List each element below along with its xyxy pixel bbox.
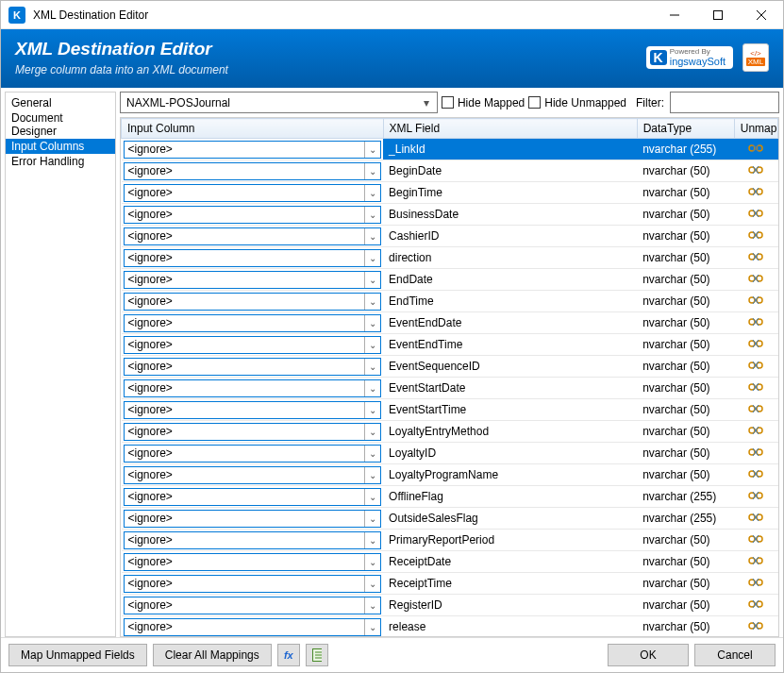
input-column-select[interactable]: <ignore>⌄ (124, 184, 382, 202)
table-row[interactable]: <ignore>⌄EndDatenvarchar (50) (122, 269, 778, 291)
unmap-icon[interactable] (747, 619, 764, 635)
table-row[interactable]: <ignore>⌄LoyaltyEntryMethodnvarchar (50) (122, 421, 778, 443)
header-xml-field[interactable]: XML Field (383, 119, 637, 139)
input-column-select[interactable]: <ignore>⌄ (124, 293, 382, 311)
input-column-select[interactable]: <ignore>⌄ (124, 531, 382, 549)
table-row[interactable]: <ignore>⌄RegisterIDnvarchar (50) (122, 595, 778, 616)
unmap-icon[interactable] (747, 576, 764, 592)
table-row[interactable]: <ignore>⌄_LinkIdnvarchar (255) (122, 139, 778, 160)
input-column-select[interactable]: <ignore>⌄ (124, 466, 382, 484)
input-column-select[interactable]: <ignore>⌄ (124, 553, 382, 571)
input-column-select[interactable]: <ignore>⌄ (124, 162, 382, 180)
unmap-icon[interactable] (747, 511, 764, 527)
unmap-icon[interactable] (747, 185, 764, 201)
unmap-icon[interactable] (747, 467, 764, 483)
table-row[interactable]: <ignore>⌄CashierIDnvarchar (50) (122, 226, 778, 247)
filter-input[interactable] (670, 92, 779, 113)
data-type-cell: nvarchar (50) (637, 204, 734, 226)
cancel-button[interactable]: Cancel (694, 644, 776, 666)
header-input-column[interactable]: Input Column (122, 119, 384, 139)
input-column-select[interactable]: <ignore>⌄ (124, 510, 382, 528)
input-column-select[interactable]: <ignore>⌄ (124, 488, 382, 506)
header-data-type[interactable]: DataType (637, 119, 734, 139)
unmap-icon[interactable] (747, 250, 764, 266)
table-row[interactable]: <ignore>⌄releasenvarchar (50) (122, 616, 778, 637)
table-row[interactable]: <ignore>⌄EndTimenvarchar (50) (122, 291, 778, 312)
table-row[interactable]: <ignore>⌄ReceiptDatenvarchar (50) (122, 551, 778, 573)
fx-button[interactable]: fx (277, 644, 300, 666)
table-row[interactable]: <ignore>⌄LoyaltyProgramNamenvarchar (50) (122, 464, 778, 486)
close-button[interactable] (740, 1, 783, 28)
unmap-icon[interactable] (747, 380, 764, 396)
unmap-icon[interactable] (747, 402, 764, 418)
sidebar-item-input-columns[interactable]: Input Columns (6, 139, 115, 154)
input-column-select[interactable]: <ignore>⌄ (124, 597, 382, 614)
unmap-icon[interactable] (747, 315, 764, 331)
input-column-select[interactable]: <ignore>⌄ (124, 618, 382, 636)
unmap-icon[interactable] (747, 337, 764, 353)
map-unmapped-button[interactable]: Map Unmapped Fields (8, 644, 147, 666)
maximize-button[interactable] (696, 1, 740, 28)
table-row[interactable]: <ignore>⌄EventStartTimenvarchar (50) (122, 399, 778, 421)
table-row[interactable]: <ignore>⌄LoyaltyIDnvarchar (50) (122, 443, 778, 464)
clear-all-button[interactable]: Clear All Mappings (153, 644, 272, 666)
input-column-select[interactable]: <ignore>⌄ (124, 401, 382, 419)
hide-unmapped-checkbox[interactable]: Hide Unmapped (528, 92, 626, 113)
hide-unmapped-label: Hide Unmapped (544, 96, 626, 109)
unmap-icon[interactable] (747, 142, 764, 158)
table-row[interactable]: <ignore>⌄BusinessDatenvarchar (50) (122, 204, 778, 226)
expression-button[interactable] (306, 644, 328, 666)
sidebar-item-general[interactable]: General (6, 95, 115, 110)
input-column-select[interactable]: <ignore>⌄ (124, 575, 382, 593)
hide-mapped-checkbox[interactable]: Hide Mapped (442, 92, 525, 113)
grid-scroll[interactable]: Input Column XML Field DataType Unmap <i… (121, 118, 778, 636)
table-row[interactable]: <ignore>⌄PrimaryReportPeriodnvarchar (50… (122, 530, 778, 551)
table-row[interactable]: <ignore>⌄BeginTimenvarchar (50) (122, 182, 778, 204)
unmap-icon[interactable] (747, 359, 764, 375)
input-column-select[interactable]: <ignore>⌄ (124, 445, 382, 463)
input-column-select[interactable]: <ignore>⌄ (124, 206, 382, 224)
input-column-select[interactable]: <ignore>⌄ (124, 141, 382, 159)
data-type-cell: nvarchar (50) (637, 356, 734, 378)
unmap-icon[interactable] (747, 207, 764, 223)
ok-button[interactable]: OK (608, 644, 689, 666)
input-column-select[interactable]: <ignore>⌄ (124, 336, 382, 354)
table-row[interactable]: <ignore>⌄directionnvarchar (50) (122, 247, 778, 269)
input-column-select[interactable]: <ignore>⌄ (124, 249, 382, 267)
unmap-icon[interactable] (747, 554, 764, 570)
input-column-select[interactable]: <ignore>⌄ (124, 314, 382, 332)
input-column-value: <ignore> (128, 273, 173, 286)
table-select[interactable]: NAXML-POSJournal ▾ (120, 92, 438, 113)
unmap-icon[interactable] (747, 294, 764, 310)
data-type-cell: nvarchar (50) (637, 573, 734, 595)
input-column-select[interactable]: <ignore>⌄ (124, 271, 382, 289)
unmap-icon[interactable] (747, 424, 764, 440)
input-column-select[interactable]: <ignore>⌄ (124, 358, 382, 376)
unmap-icon[interactable] (747, 446, 764, 462)
table-row[interactable]: <ignore>⌄OutsideSalesFlagnvarchar (255) (122, 508, 778, 530)
header-unmap[interactable]: Unmap (734, 119, 777, 139)
table-row[interactable]: <ignore>⌄EventEndDatenvarchar (50) (122, 312, 778, 334)
input-column-select[interactable]: <ignore>⌄ (124, 379, 382, 397)
input-column-value: <ignore> (128, 446, 173, 460)
table-row[interactable]: <ignore>⌄OfflineFlagnvarchar (255) (122, 486, 778, 508)
unmap-icon[interactable] (747, 163, 764, 179)
input-column-value: <ignore> (128, 555, 173, 568)
data-type-cell: nvarchar (50) (637, 334, 734, 356)
unmap-icon[interactable] (747, 489, 764, 505)
unmap-icon[interactable] (747, 597, 764, 614)
table-row[interactable]: <ignore>⌄EventEndTimenvarchar (50) (122, 334, 778, 356)
sidebar-item-error-handling[interactable]: Error Handling (6, 154, 115, 169)
table-row[interactable]: <ignore>⌄BeginDatenvarchar (50) (122, 160, 778, 182)
table-row[interactable]: <ignore>⌄ReceiptTimenvarchar (50) (122, 573, 778, 595)
table-row[interactable]: <ignore>⌄EventStartDatenvarchar (50) (122, 378, 778, 399)
input-column-select[interactable]: <ignore>⌄ (124, 423, 382, 441)
minimize-button[interactable] (653, 1, 696, 28)
input-column-value: <ignore> (128, 229, 173, 243)
sidebar-item-document-designer[interactable]: Document Designer (6, 110, 115, 139)
unmap-icon[interactable] (747, 228, 764, 244)
unmap-icon[interactable] (747, 532, 764, 548)
table-row[interactable]: <ignore>⌄EventSequenceIDnvarchar (50) (122, 356, 778, 378)
input-column-select[interactable]: <ignore>⌄ (124, 227, 382, 245)
unmap-icon[interactable] (747, 272, 764, 288)
